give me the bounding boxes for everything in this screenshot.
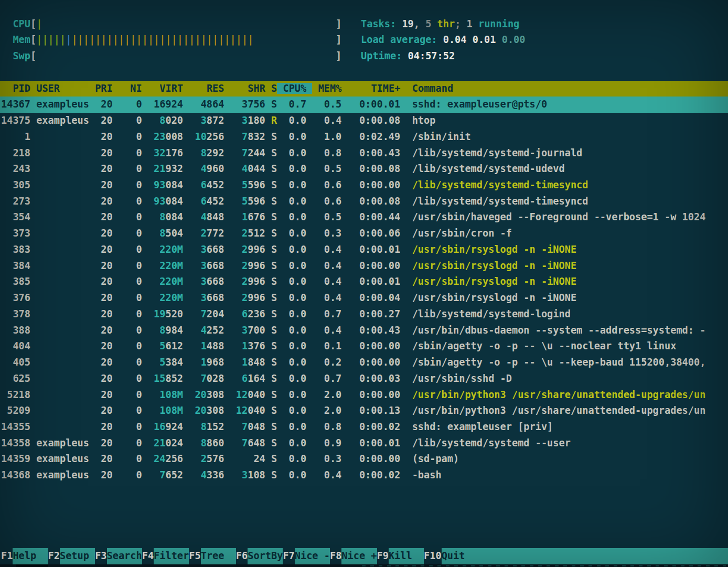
fn-label-quit[interactable]: Quit <box>442 548 728 564</box>
table-row[interactable]: 354 20 0 8084 4848 1676 S 0.0 0.5 0:00.4… <box>0 209 728 226</box>
column-header-user[interactable]: USER <box>36 83 89 94</box>
column-header-ni[interactable]: NI <box>119 83 142 94</box>
table-row[interactable]: 14367 exampleus 20 0 16924 4864 3756 S 0… <box>0 97 728 113</box>
column-header-mem[interactable]: MEM% <box>318 83 342 94</box>
column-header-res[interactable]: RES <box>189 83 224 94</box>
table-row[interactable]: 384 20 0 220M 3668 2996 S 0.0 0.4 0:00.0… <box>0 258 728 274</box>
table-row[interactable]: 388 20 0 8984 4252 3700 S 0.0 0.4 0:00.4… <box>0 323 728 339</box>
table-row[interactable]: 14375 exampleus 20 0 8020 3872 3180 R 0.… <box>0 113 728 129</box>
column-header-s[interactable]: S <box>271 83 277 94</box>
table-row[interactable]: 5209 20 0 108M 20308 12040 S 0.0 2.0 0:0… <box>0 403 728 419</box>
meter-label: Swp <box>13 50 30 61</box>
function-key-bar: F1Help F2Setup F3SearchF4FilterF5Tree F6… <box>0 548 728 564</box>
fn-label-filter[interactable]: Filter <box>154 548 189 564</box>
load-average-line: Load average: 0.04 0.01 0.00 <box>360 32 727 48</box>
table-row[interactable]: 1 20 0 23008 10256 7832 S 0.0 1.0 0:02.4… <box>0 129 728 145</box>
fn-label-search[interactable]: Search <box>107 548 142 564</box>
artifact-black-box <box>16 564 48 567</box>
table-row[interactable]: 376 20 0 220M 3668 2996 S 0.0 0.4 0:00.0… <box>0 290 728 306</box>
fn-key-f3[interactable]: F3 <box>95 548 106 564</box>
column-header-pri[interactable]: PRI <box>95 83 113 94</box>
table-row[interactable]: 218 20 0 32176 8292 7244 S 0.0 0.8 0:00.… <box>0 145 728 162</box>
table-row[interactable]: 378 20 0 19520 7204 6236 S 0.0 0.7 0:00.… <box>0 306 728 323</box>
table-row[interactable]: 14355 20 0 16924 8152 7048 S 0.0 0.8 0:0… <box>0 419 728 435</box>
table-row[interactable]: 373 20 0 8504 2772 2512 S 0.0 0.3 0:00.0… <box>0 226 728 242</box>
meter-label: CPU <box>13 18 30 29</box>
table-row[interactable]: 383 20 0 220M 3668 2996 S 0.0 0.4 0:00.0… <box>0 242 728 258</box>
table-row[interactable]: 5218 20 0 108M 20308 12040 S 0.0 2.0 0:0… <box>0 387 728 403</box>
column-header-time[interactable]: TIME+ <box>348 83 401 94</box>
fn-key-f2[interactable]: F2 <box>48 548 60 564</box>
table-header-row: PID USER PRI NI VIRT RES SHR S CPU% MEM%… <box>0 81 728 97</box>
table-row[interactable]: 385 20 0 220M 3668 2996 S 0.0 0.4 0:00.0… <box>0 274 728 290</box>
bottom-artifact-strip <box>0 564 728 567</box>
fn-label-nice-[interactable]: Nice - <box>295 548 330 564</box>
fn-label-kill[interactable]: Kill <box>389 548 424 564</box>
fn-key-f9[interactable]: F9 <box>377 548 389 564</box>
table-row[interactable]: 243 20 0 21932 4960 4044 S 0.0 0.5 0:00.… <box>0 161 728 177</box>
table-row[interactable]: 404 20 0 5612 1488 1376 S 0.0 0.1 0:00.0… <box>0 338 728 355</box>
fn-key-f7[interactable]: F7 <box>283 548 294 564</box>
artifact-dashes <box>362 565 726 566</box>
column-header-virt[interactable]: VIRT <box>148 83 183 94</box>
column-header-cmd[interactable]: Command <box>412 83 453 94</box>
fn-label-setup[interactable]: Setup <box>60 548 95 564</box>
htop-terminal: CPU[| ] Mem[||||||||||||||||||||||||||||… <box>0 0 728 567</box>
column-header-cpu[interactable]: CPU% <box>277 83 312 94</box>
fn-label-nice-[interactable]: Nice + <box>341 548 377 564</box>
tasks-line: Tasks: 19, 5 thr; 1 running <box>360 16 727 33</box>
uptime-line: Uptime: 04:57:52 <box>360 48 727 65</box>
meter-label: Mem <box>13 34 30 45</box>
fn-label-sortby[interactable]: SortBy <box>248 548 283 564</box>
fn-key-f6[interactable]: F6 <box>236 548 248 564</box>
column-header-pid[interactable]: PID <box>1 83 30 94</box>
table-row[interactable]: 273 20 0 93084 6452 5596 S 0.0 0.6 0:00.… <box>0 194 728 210</box>
fn-label-tree[interactable]: Tree <box>201 548 236 564</box>
column-header-shr[interactable]: SHR <box>230 83 265 94</box>
table-row[interactable]: 14359 exampleus 20 0 24256 2576 24 S 0.0… <box>0 451 728 467</box>
fn-label-help[interactable]: Help <box>13 548 48 564</box>
table-row[interactable]: 14358 exampleus 20 0 21024 8860 7648 S 0… <box>0 435 728 452</box>
fn-key-f8[interactable]: F8 <box>330 548 341 564</box>
table-row[interactable]: 305 20 0 93084 6452 5596 S 0.0 0.6 0:00.… <box>0 177 728 194</box>
fn-key-f5[interactable]: F5 <box>189 548 200 564</box>
table-row[interactable]: 405 20 0 5384 1968 1848 S 0.0 0.2 0:00.0… <box>0 355 728 371</box>
table-row[interactable]: 625 20 0 15852 7028 6164 S 0.0 0.7 0:00.… <box>0 371 728 387</box>
fn-key-f4[interactable]: F4 <box>142 548 154 564</box>
fn-key-f1[interactable]: F1 <box>1 548 13 564</box>
fn-key-f10[interactable]: F10 <box>424 548 442 564</box>
table-row[interactable]: 14368 exampleus 20 0 7652 4336 3108 S 0.… <box>0 467 728 484</box>
